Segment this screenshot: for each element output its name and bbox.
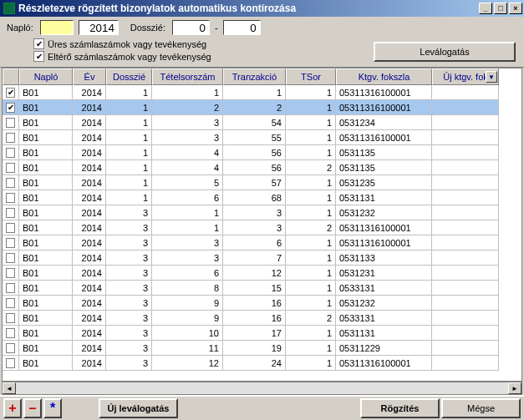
table-row[interactable]: B012014361210531231 [3,266,521,281]
megse-button[interactable]: Mégse [441,398,521,418]
table-row[interactable]: B012014381510533131 [3,281,521,296]
col-naplo[interactable]: Napló [19,68,73,85]
col-tranz[interactable]: Tranzakció [223,68,286,85]
table-row[interactable]: B012014336105311316100001 [3,235,521,250]
row-checkbox[interactable] [6,238,15,248]
table-row[interactable]: B012014135410531234 [3,115,521,130]
table-row[interactable]: B01201433710531133 [3,250,521,266]
table-row[interactable]: B0120141355105311316100001 [3,130,521,145]
row-checkbox[interactable] [6,313,15,323]
cell-dosszie: 1 [106,130,152,145]
uj-levalogatas-button[interactable]: Új leválogatás [99,398,178,418]
row-checkbox[interactable]: ✔ [6,88,15,98]
cell-ujktgv[interactable] [432,190,499,205]
table-row[interactable]: B012014166810531131 [3,190,521,205]
maximize-button[interactable]: □ [494,3,507,14]
row-checkbox[interactable] [6,163,15,173]
table-row[interactable]: B0120143101710531131 [3,326,521,341]
cell-ujktgv[interactable] [432,115,499,130]
col-tsor[interactable]: TSor [286,68,336,85]
cell-tetel: 1 [152,205,223,220]
col-ktgv[interactable]: Ktgv. fokszla [336,68,432,85]
scroll-right-button[interactable]: ► [508,382,521,394]
scroll-left-button[interactable]: ◄ [3,382,16,394]
row-checkbox[interactable] [6,358,15,368]
table-row[interactable]: B012014313205311316100001 [3,220,521,235]
cell-ev: 2014 [73,190,106,205]
cell-ujktgv[interactable] [432,100,499,115]
ev-input[interactable] [79,20,119,35]
col-check[interactable] [3,68,19,85]
empty-accounts-checkbox[interactable]: ✔ [33,38,44,49]
row-checkbox[interactable] [6,118,15,128]
cell-naplo: B01 [19,250,73,266]
row-checkbox[interactable]: ✔ [6,103,15,113]
rogzites-button[interactable]: Rögzítés [360,398,440,418]
dosszie-from-input[interactable] [172,20,210,35]
close-button[interactable]: × [509,3,522,14]
col-tetel[interactable]: Tételsorszám [152,68,223,85]
table-row[interactable]: ✔B012014122105311316100001 [3,100,521,115]
row-checkbox[interactable] [6,268,15,278]
row-checkbox[interactable] [6,298,15,308]
row-checkbox[interactable] [6,193,15,203]
data-grid[interactable]: Napló Év Dosszié Tételsorszám Tranzakció… [2,68,522,382]
cell-ujktgv[interactable] [432,220,499,235]
cell-ujktgv[interactable] [432,175,499,190]
dosszie-to-input[interactable] [223,20,261,35]
row-checkbox[interactable] [6,148,15,158]
cell-naplo: B01 [19,341,73,356]
chevron-down-icon[interactable]: ▼ [486,71,497,83]
scroll-track[interactable] [16,382,508,394]
row-checkbox[interactable] [6,133,15,143]
row-checkbox[interactable] [6,208,15,218]
cell-ujktgv[interactable] [432,250,499,266]
table-row[interactable]: B012014391610531232 [3,296,521,311]
table-row[interactable]: ✔B012014111105311316100001 [3,85,521,100]
cell-ujktgv[interactable] [432,160,499,175]
row-checkbox[interactable] [6,178,15,188]
horizontal-scrollbar[interactable]: ◄ ► [2,382,522,395]
table-row[interactable]: B012014145610531135 [3,145,521,160]
cell-ujktgv[interactable] [432,296,499,311]
table-row[interactable]: B012014391620533131 [3,311,521,326]
cell-ev: 2014 [73,296,106,311]
row-checkbox[interactable] [6,223,15,233]
cell-dosszie: 3 [106,356,152,371]
levalogatas-button[interactable]: Leválogatás [374,42,516,62]
cell-ujktgv[interactable] [432,266,499,281]
star-button[interactable]: * [43,398,62,418]
row-checkbox[interactable] [6,328,15,338]
dosszie-label: Dosszié: [130,23,165,33]
col-ev[interactable]: Év [73,68,106,85]
minimize-button[interactable]: _ [479,3,492,14]
cell-ujktgv[interactable] [432,130,499,145]
naplo-input[interactable] [40,20,74,35]
table-row[interactable]: B01201431119105311229 [3,341,521,356]
row-checkbox[interactable] [6,343,15,353]
table-row[interactable]: B012014155710531235 [3,175,521,190]
cell-tranz: 7 [223,250,286,266]
col-dosszie[interactable]: Dosszié [106,68,152,85]
table-row[interactable]: B01201431310531232 [3,205,521,220]
cell-ujktgv[interactable] [432,85,499,100]
col-ujktgv[interactable]: Új ktgv. fok ▼ [432,68,499,85]
add-button[interactable]: + [3,398,22,418]
cell-ujktgv[interactable] [432,205,499,220]
cell-ujktgv[interactable] [432,145,499,160]
remove-button[interactable]: – [23,398,42,418]
diff-accounts-checkbox[interactable]: ✔ [33,51,44,62]
cell-tsor: 1 [286,326,336,341]
cell-ujktgv[interactable] [432,235,499,250]
cell-ujktgv[interactable] [432,341,499,356]
table-row[interactable]: B01201431224105311316100001 [3,356,521,371]
row-checkbox[interactable] [6,253,15,263]
app-icon [3,3,15,14]
table-row[interactable]: B012014145620531135 [3,160,521,175]
cell-ujktgv[interactable] [432,356,499,371]
cell-ujktgv[interactable] [432,326,499,341]
cell-naplo: B01 [19,296,73,311]
cell-ujktgv[interactable] [432,311,499,326]
cell-ujktgv[interactable] [432,281,499,296]
row-checkbox[interactable] [6,283,15,293]
